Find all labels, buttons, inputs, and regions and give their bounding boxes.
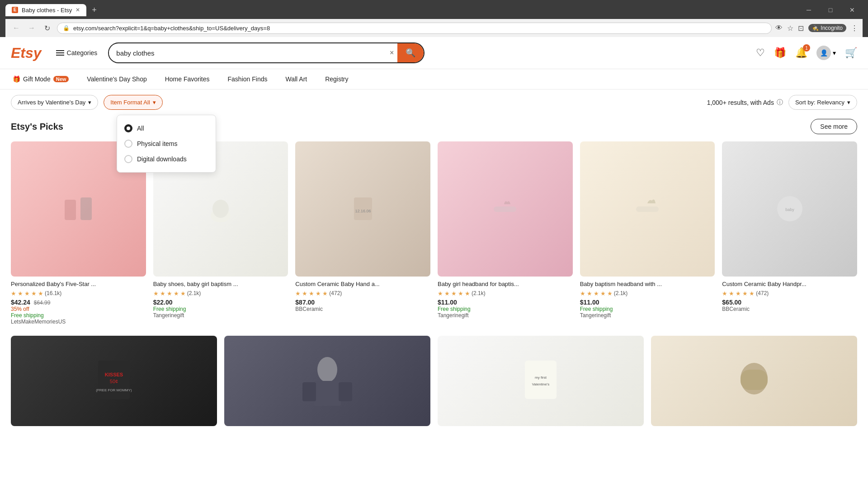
gift-icon[interactable]: 🎁 (774, 47, 786, 59)
star-5: ★ (749, 290, 755, 297)
bottom-card[interactable] (651, 336, 857, 426)
bottom-card[interactable]: my first Valentine's (438, 336, 644, 426)
nav-fashion-label: Fashion Finds (228, 75, 268, 83)
star-2: ★ (587, 290, 592, 297)
bottom-card-image (651, 336, 857, 426)
new-tab-button[interactable]: + (88, 5, 100, 15)
nav-buttons: ← → ↻ (10, 22, 53, 34)
product-card[interactable]: baby Custom Ceramic Baby Handpr... ★ ★ ★… (722, 141, 857, 325)
star-3: ★ (309, 290, 314, 297)
categories-label: Categories (67, 49, 98, 56)
notifications-icon[interactable]: 🔔 1 (795, 47, 807, 59)
star-2: ★ (729, 290, 734, 297)
bottom-card[interactable] (224, 336, 430, 426)
results-info-icon[interactable]: ⓘ (777, 99, 783, 107)
cart-icon[interactable]: 🛒 (845, 47, 857, 59)
product-price-row: $11.00 (580, 299, 715, 306)
nav-item-registry[interactable]: Registry (323, 69, 350, 89)
product-price: $42.24 (11, 299, 30, 306)
bottom-card-image: KISSES 50¢ (FREE FOR MOMMY) (11, 336, 217, 426)
arrives-by-filter[interactable]: Arrives by Valentine's Day ▾ (11, 95, 98, 110)
product-title: Baby baptism headband with ... (580, 280, 715, 288)
dropdown-option-all[interactable]: All (124, 121, 208, 136)
see-more-button[interactable]: See more (811, 119, 857, 134)
back-button[interactable]: ← (10, 22, 23, 34)
tab-close-button[interactable]: ✕ (75, 7, 80, 13)
nav-valentines-label: Valentine's Day Shop (87, 75, 146, 83)
bottom-card-image (224, 336, 430, 426)
bottom-card[interactable]: KISSES 50¢ (FREE FOR MOMMY) (11, 336, 217, 426)
search-bar[interactable]: × 🔍 (108, 42, 425, 63)
product-card[interactable]: Baby girl headband for baptis... ★ ★ ★ ★… (438, 141, 573, 325)
product-card[interactable]: Baby baptism headband with ... ★ ★ ★ ★ ★… (580, 141, 715, 325)
incognito-label: Incognito (821, 25, 843, 31)
favorites-icon[interactable]: ♡ (756, 47, 765, 59)
sort-label: Sort by: Relevancy (795, 99, 844, 106)
dropdown-option-physical[interactable]: Physical items (124, 136, 208, 151)
window-controls: ─ □ ✕ (798, 4, 863, 16)
svg-rect-1 (80, 197, 92, 220)
product-price-row: $22.00 (153, 299, 288, 306)
product-title: Personalized Baby's Five-Star ... (11, 280, 146, 288)
sort-button[interactable]: Sort by: Relevancy ▾ (788, 95, 857, 110)
extend-icon[interactable]: ⊡ (798, 24, 804, 33)
svg-rect-6 (494, 206, 516, 212)
nav-item-fashion-finds[interactable]: Fashion Finds (226, 69, 269, 89)
star-3: ★ (167, 290, 172, 297)
radio-all (124, 124, 132, 132)
categories-button[interactable]: Categories (52, 47, 101, 58)
star-5: ★ (38, 290, 43, 297)
product-seller: LetsMakeMemoriesUS (11, 319, 146, 325)
picks-title: Etsy's Picks (11, 122, 63, 132)
menu-icon[interactable]: ⋮ (851, 24, 858, 33)
product-price: $11.00 (580, 299, 599, 306)
reload-button[interactable]: ↻ (41, 22, 53, 34)
notification-badge: 1 (803, 44, 810, 52)
product-image: 12.16.06 (295, 141, 430, 277)
item-format-filter[interactable]: Item Format All ▾ (104, 95, 162, 110)
product-price: $11.00 (438, 299, 457, 306)
dropdown-option-digital[interactable]: Digital downloads (124, 151, 208, 167)
hamburger-icon (56, 50, 64, 56)
nav-item-valentines[interactable]: Valentine's Day Shop (85, 69, 148, 89)
filters-row: Arrives by Valentine's Day ▾ Item Format… (0, 89, 868, 115)
search-clear-button[interactable]: × (386, 49, 397, 57)
star-2: ★ (444, 290, 450, 297)
minimize-button[interactable]: ─ (798, 4, 819, 16)
close-button[interactable]: ✕ (842, 4, 863, 16)
etsy-logo[interactable]: Etsy (11, 45, 42, 61)
active-tab[interactable]: E Baby clothes - Etsy ✕ (5, 4, 86, 16)
star-1: ★ (153, 290, 159, 297)
user-account-button[interactable]: 👤 ▾ (816, 46, 836, 60)
product-rating: ★ ★ ★ ★ ★ (472) (722, 290, 857, 297)
search-button[interactable]: 🔍 (397, 43, 424, 62)
forward-button[interactable]: → (25, 22, 38, 34)
product-card[interactable]: 12.16.06 Custom Ceramic Baby Hand a... ★… (295, 141, 430, 325)
option-digital-label: Digital downloads (137, 155, 187, 163)
maximize-button[interactable]: □ (820, 4, 841, 16)
star-2: ★ (302, 290, 307, 297)
browser-tabs: E Baby clothes - Etsy ✕ + (5, 4, 100, 16)
item-format-dropdown: All Physical items Digital downloads (117, 115, 216, 173)
nav-wall-art-label: Wall Art (285, 75, 307, 83)
star-1: ★ (11, 290, 16, 297)
gift-mode-icon: 🎁 (13, 75, 20, 83)
product-price-row: $11.00 (438, 299, 573, 306)
product-price: $87.00 (295, 299, 315, 306)
address-bar[interactable]: 🔒 etsy.com/search?explicit=1&q=baby+clot… (57, 23, 772, 34)
nav-item-wall-art[interactable]: Wall Art (283, 69, 309, 89)
nav-item-gift-mode[interactable]: 🎁 Gift Mode New (11, 69, 71, 89)
star-5: ★ (322, 290, 328, 297)
rating-count: (16.1k) (45, 290, 61, 296)
etsy-header: Etsy Categories × 🔍 ♡ 🎁 🔔 1 👤 ▾ (0, 37, 868, 69)
incognito-badge: 🕵 Incognito (808, 24, 846, 32)
rating-count: (472) (329, 290, 342, 296)
original-price: $64.99 (34, 300, 51, 306)
search-input[interactable] (109, 45, 386, 61)
bookmark-icon[interactable]: ☆ (787, 24, 793, 33)
product-seller: BBCeramic (295, 306, 430, 312)
tab-title: Baby clothes - Etsy (22, 7, 72, 14)
nav-item-home-favorites[interactable]: Home Favorites (163, 69, 212, 89)
rating-count: (2.1k) (187, 290, 201, 296)
incognito-icon: 🕵 (812, 25, 819, 31)
